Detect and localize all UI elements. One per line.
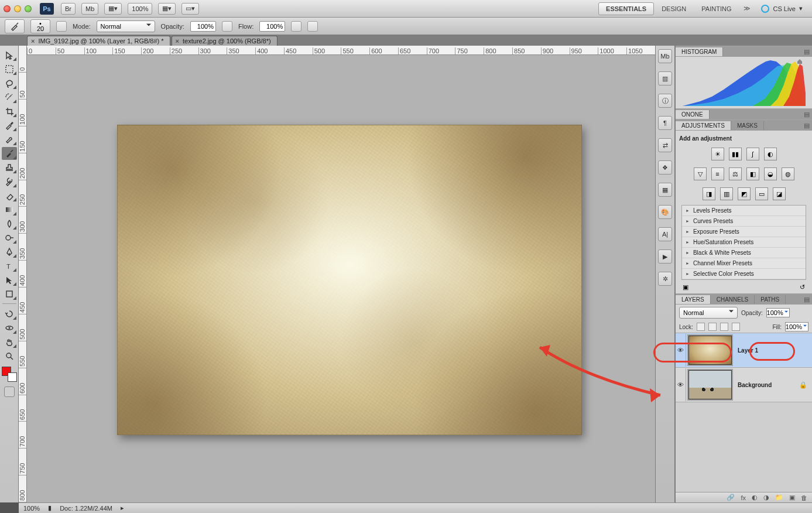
airbrush-toggle[interactable] [291, 21, 301, 32]
color-panel-icon[interactable]: 🎨 [658, 205, 672, 219]
view-extras-button[interactable]: ▦▾ [104, 3, 122, 15]
close-tab-icon[interactable]: × [176, 37, 179, 45]
channels-tab[interactable]: CHANNELS [711, 295, 755, 304]
cs-live-button[interactable]: CS Live ▾ [755, 5, 808, 13]
presets-toggle-icon[interactable]: ▣ [683, 283, 688, 291]
adjustment-preset-item[interactable]: Levels Presets [682, 206, 806, 216]
delete-layer-icon[interactable]: 🗑 [801, 494, 807, 501]
paths-tab[interactable]: PATHS [755, 295, 786, 304]
adjustment-preset-item[interactable]: Black & White Presets [682, 248, 806, 258]
actions-panel-icon[interactable]: ▶ [658, 249, 672, 264]
panel-menu-icon[interactable]: ▤ [804, 122, 810, 129]
blur-tool[interactable] [2, 217, 17, 230]
levels-adjustment-icon[interactable]: ▮▮ [729, 148, 742, 160]
layer-name[interactable]: Background [734, 382, 799, 388]
lock-all-icon[interactable] [732, 323, 740, 331]
layer-thumbnail[interactable] [688, 370, 732, 399]
quick-select-tool[interactable] [2, 91, 17, 104]
panel-menu-icon[interactable]: ▤ [804, 48, 810, 56]
workspace-essentials[interactable]: ESSENTIALS [598, 2, 654, 15]
path-select-tool[interactable] [2, 273, 17, 286]
workspace-painting[interactable]: PAINTING [694, 2, 739, 15]
hue-adjustment-icon[interactable]: ≡ [711, 167, 724, 180]
stamp-tool[interactable] [2, 161, 17, 174]
adjust-panel-icon[interactable]: ⇄ [658, 138, 672, 152]
invert-adjustment-icon[interactable]: ◨ [703, 187, 715, 200]
tablet-opacity-toggle[interactable] [222, 21, 232, 32]
minibridge-panel-icon[interactable]: Mb [658, 49, 672, 63]
brightness-adjustment-icon[interactable]: ☀ [711, 148, 724, 160]
color-swatches[interactable] [2, 367, 17, 382]
curves-adjustment-icon[interactable]: ∫ [746, 148, 759, 160]
lock-position-icon[interactable] [720, 323, 728, 331]
bridge-button[interactable]: Br [61, 3, 76, 15]
swatches-panel-icon[interactable]: ▦ [658, 183, 672, 197]
threshold-adjustment-icon[interactable]: ◩ [738, 187, 751, 200]
pen-tool[interactable] [2, 245, 17, 258]
lock-pixels-icon[interactable] [708, 323, 717, 331]
lock-transparency-icon[interactable] [697, 323, 705, 331]
panel-menu-icon[interactable]: ▤ [804, 296, 810, 303]
layer-group-icon[interactable]: 📁 [775, 494, 783, 501]
arrange-documents-button[interactable]: ▦▾ [158, 3, 176, 15]
tablet-size-toggle[interactable] [307, 21, 318, 32]
navigator-panel-icon[interactable]: ▥ [658, 71, 672, 86]
more-workspaces-icon[interactable]: ≫ [744, 5, 751, 12]
adjustment-preset-item[interactable]: Hue/Saturation Presets [682, 237, 806, 248]
brush-preset-picker[interactable]: •20 [30, 19, 50, 33]
type-tool[interactable]: T [2, 259, 17, 272]
eraser-tool[interactable] [2, 189, 17, 202]
zoom-tool[interactable] [2, 350, 17, 362]
lasso-tool[interactable] [2, 77, 17, 90]
background-color-icon[interactable] [8, 372, 17, 382]
eyedropper-tool[interactable] [2, 119, 17, 132]
quick-mask-toggle[interactable] [4, 387, 15, 397]
balance-adjustment-icon[interactable]: ⚖ [729, 167, 742, 180]
layer-effects-icon[interactable]: fx [741, 494, 746, 501]
exposure-adjustment-icon[interactable]: ◐ [764, 148, 777, 160]
vibrance-adjustment-icon[interactable]: ▽ [694, 167, 707, 180]
healing-brush-tool[interactable] [2, 133, 17, 146]
posterize-adjustment-icon[interactable]: ▥ [720, 187, 733, 200]
hand-tool[interactable] [2, 336, 17, 348]
document-tab[interactable]: × texture2.jpg @ 100% (RGB/8*) [172, 36, 277, 46]
minimize-window-icon[interactable] [14, 5, 21, 12]
histogram-tab[interactable]: HISTOGRAM [676, 47, 723, 56]
presets-reset-icon[interactable]: ↺ [800, 283, 805, 291]
dodge-tool[interactable] [2, 231, 17, 244]
adjustment-preset-item[interactable]: Selective Color Presets [682, 269, 806, 279]
crop-tool[interactable] [2, 105, 17, 118]
layer-visibility-icon[interactable]: 👁 [676, 368, 686, 401]
status-doc-size[interactable]: Doc: 1.22M/2.44M [60, 505, 112, 512]
blend-mode-dropdown[interactable]: Normal [97, 20, 155, 32]
document-canvas-area[interactable]: 0501001502002503003504004505005506006507… [19, 46, 655, 502]
masks-tab[interactable]: MASKS [731, 121, 764, 130]
current-tool-preset[interactable] [5, 19, 25, 33]
zoom-level-dropdown[interactable]: 100% [128, 3, 152, 15]
canvas-image[interactable] [117, 125, 582, 435]
character-panel-icon[interactable]: A| [658, 227, 672, 241]
adjustment-preset-item[interactable]: Curves Presets [682, 216, 806, 227]
opacity-input[interactable]: 100% [190, 21, 216, 32]
settings-panel-icon[interactable]: ✲ [658, 272, 672, 286]
photo-filter-adjustment-icon[interactable]: ◒ [764, 167, 777, 180]
move-tool[interactable] [2, 49, 17, 61]
marquee-tool[interactable] [2, 63, 17, 76]
brush-panel-toggle[interactable] [56, 21, 67, 32]
zoom-window-icon[interactable] [25, 5, 32, 12]
onone-tab[interactable]: ONONE [676, 110, 710, 119]
info-panel-icon[interactable]: ⓘ [658, 94, 672, 108]
3d-orbit-tool[interactable] [2, 322, 17, 334]
paragraph-panel-icon[interactable]: ¶ [658, 116, 672, 130]
close-tab-icon[interactable]: × [31, 37, 35, 45]
styles-panel-icon[interactable]: ❖ [658, 160, 672, 175]
gradient-tool[interactable] [2, 203, 17, 216]
screen-mode-button[interactable]: ▭▾ [181, 3, 199, 15]
adjustment-preset-item[interactable]: Exposure Presets [682, 227, 806, 237]
close-window-icon[interactable] [4, 5, 11, 12]
flow-input[interactable]: 100% [259, 21, 285, 32]
bw-adjustment-icon[interactable]: ◧ [746, 167, 759, 180]
adjustment-layer-icon[interactable]: ◑ [763, 494, 769, 501]
document-tab-active[interactable]: × IMG_9192.jpg @ 100% (Layer 1, RGB/8#) … [27, 36, 170, 46]
layer-blend-mode-dropdown[interactable]: Normal [679, 307, 738, 319]
